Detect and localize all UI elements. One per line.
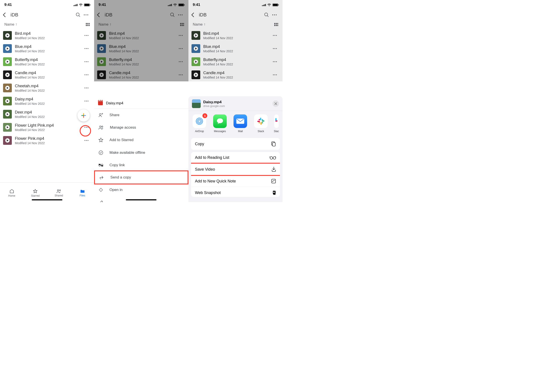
fab-new-button[interactable] xyxy=(78,109,90,122)
file-row[interactable]: Butterfly.mp4Modified 14 Nov 2022 xyxy=(0,55,94,68)
file-more-button[interactable] xyxy=(273,35,279,36)
file-more-button[interactable] xyxy=(179,74,185,75)
file-row[interactable]: Blue.mp4Modified 14 Nov 2022 xyxy=(188,42,283,55)
menu-send-copy[interactable]: Send a copy xyxy=(94,170,188,184)
view-toggle-button[interactable] xyxy=(86,23,90,26)
file-more-button[interactable] xyxy=(85,61,91,62)
file-more-button[interactable] xyxy=(85,48,91,49)
open-in-icon xyxy=(99,188,103,192)
sort-button[interactable]: Name ↑ xyxy=(99,22,111,27)
menu-open-in[interactable]: Open in xyxy=(94,183,188,196)
svg-point-10 xyxy=(85,35,85,36)
svg-rect-6 xyxy=(89,23,90,24)
file-row[interactable]: Daisy.mp4Modified 14 Nov 2022 xyxy=(0,95,94,108)
file-row[interactable]: Candle.mp4Modified 14 Nov 2022 xyxy=(94,68,188,81)
sort-button[interactable]: Name ↑ xyxy=(4,22,17,27)
share-apps-row[interactable]: 1 AirDrop Messages Mail xyxy=(188,111,283,135)
share-source: drive.google.com xyxy=(203,104,225,108)
svg-rect-9 xyxy=(89,25,90,26)
file-more-button[interactable] xyxy=(273,61,279,62)
file-row[interactable]: Bird.mp4Modified 14 Nov 2022 xyxy=(0,29,94,42)
menu-manage-access[interactable]: Manage access xyxy=(94,121,188,134)
file-more-button[interactable] xyxy=(179,48,185,49)
svg-point-12 xyxy=(87,35,88,36)
file-name: Deer.mp4 xyxy=(15,110,81,115)
file-more-button[interactable] xyxy=(85,87,91,88)
back-button[interactable] xyxy=(191,13,197,17)
svg-point-83 xyxy=(274,48,275,49)
file-meta: Modified 14 Nov 2022 xyxy=(15,89,81,92)
file-more-button[interactable] xyxy=(85,74,91,75)
svg-point-82 xyxy=(273,48,274,49)
svg-point-87 xyxy=(276,61,277,62)
file-row[interactable]: Bird.mp4Modified 14 Nov 2022 xyxy=(188,29,283,42)
battery-icon xyxy=(178,3,184,6)
overflow-button[interactable] xyxy=(272,14,280,15)
overflow-button[interactable] xyxy=(84,14,92,15)
file-row[interactable]: Candle.mp4Modified 14 Nov 2022 xyxy=(188,68,283,81)
search-button[interactable] xyxy=(170,13,178,17)
app-messages[interactable]: Messages xyxy=(212,114,228,133)
offline-icon xyxy=(99,150,103,155)
video-thumbnail xyxy=(97,31,106,40)
video-thumbnail xyxy=(192,57,200,66)
svg-point-64 xyxy=(99,151,103,155)
action-web-snapshot[interactable]: Web Snapshot xyxy=(191,187,280,197)
app-mail[interactable]: Mail xyxy=(232,114,249,133)
back-button[interactable] xyxy=(3,13,9,17)
app-slack[interactable]: Slack xyxy=(253,114,269,133)
search-button[interactable] xyxy=(264,13,272,17)
menu-share[interactable]: Share xyxy=(94,109,188,121)
file-name: Bird.mp4 xyxy=(203,31,270,36)
file-more-button[interactable] xyxy=(273,48,279,49)
action-save-video[interactable]: Save Video xyxy=(191,163,280,175)
tab-files[interactable]: Files xyxy=(71,183,94,202)
file-row[interactable]: Butterfly.mp4Modified 14 Nov 2022 xyxy=(188,55,283,68)
wifi-icon xyxy=(267,3,271,6)
file-more-button[interactable] xyxy=(85,35,91,36)
app-airdrop[interactable]: 1 AirDrop xyxy=(192,114,208,133)
file-more-button[interactable] xyxy=(273,74,279,75)
app-slack-alt[interactable]: Slac xyxy=(273,114,279,133)
file-row[interactable]: Blue.mp4Modified 14 Nov 2022 xyxy=(94,42,188,55)
video-thumbnail xyxy=(97,70,106,79)
play-icon xyxy=(5,125,10,129)
close-button[interactable] xyxy=(272,100,279,107)
svg-point-13 xyxy=(85,48,85,49)
view-toggle-button[interactable] xyxy=(274,23,278,26)
file-row[interactable]: Cheetah.mp4Modified 14 Nov 2022 xyxy=(0,81,94,95)
action-quick-note[interactable]: Add to New Quick Note xyxy=(191,175,280,187)
menu-offline[interactable]: Make available offline xyxy=(94,146,188,159)
file-row[interactable]: Blue.mp4Modified 14 Nov 2022 xyxy=(0,42,94,55)
file-more-button[interactable] xyxy=(179,61,185,62)
svg-rect-48 xyxy=(183,25,184,26)
back-button[interactable] xyxy=(97,13,103,17)
file-name: Flower Pink.mp4 xyxy=(15,136,81,141)
app-header: iDB xyxy=(94,9,188,21)
file-text: Flower Pink.mp4Modified 14 Nov 2022 xyxy=(15,136,81,145)
file-meta: Modified 14 Nov 2022 xyxy=(203,36,270,40)
video-thumbnail xyxy=(3,136,12,145)
view-toggle-button[interactable] xyxy=(180,23,184,26)
star-icon xyxy=(99,138,103,142)
menu-add-starred[interactable]: Add to Starred xyxy=(94,134,188,146)
file-row[interactable]: Candle.mp4Modified 14 Nov 2022 xyxy=(0,68,94,81)
file-more-button[interactable] xyxy=(85,140,91,141)
action-reading-list[interactable]: Add to Reading List xyxy=(191,152,280,163)
sort-button[interactable]: Name ↑ xyxy=(193,22,206,27)
overflow-button[interactable] xyxy=(178,14,186,15)
action-copy[interactable]: Copy xyxy=(191,138,280,150)
file-row[interactable]: Bird.mp4Modified 14 Nov 2022 xyxy=(94,29,188,42)
file-row[interactable]: Flower Pink.mp4Modified 14 Nov 2022 xyxy=(0,134,94,147)
home-indicator[interactable] xyxy=(126,199,157,200)
file-row[interactable]: Butterfly.mp4Modified 14 Nov 2022 xyxy=(94,55,188,68)
file-more-button[interactable] xyxy=(179,35,185,36)
file-text: Candle.mp4Modified 14 Nov 2022 xyxy=(203,71,270,79)
svg-point-107 xyxy=(270,157,273,159)
tab-home[interactable]: Home xyxy=(0,183,24,202)
menu-copy-link[interactable]: Copy link xyxy=(94,159,188,171)
slack-icon xyxy=(257,117,265,125)
search-button[interactable] xyxy=(76,13,84,17)
file-more-button[interactable] xyxy=(85,101,91,101)
home-indicator[interactable] xyxy=(32,199,62,200)
